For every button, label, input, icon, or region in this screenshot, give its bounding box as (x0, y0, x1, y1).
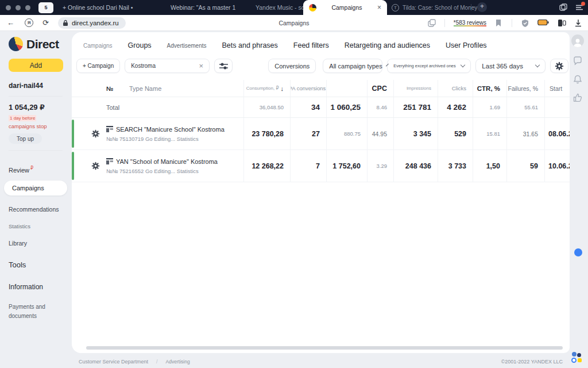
sidebar-section-information[interactable]: Information (9, 283, 72, 291)
table-row[interactable]: YAN "School of Manicure" Kostroma №№ 752… (72, 150, 570, 182)
table-header-row: № Type Name Consumption, ₽↓ CPA conversi… (72, 80, 570, 97)
col-consumption[interactable]: Consumption, ₽ (246, 86, 279, 91)
tab-user-profiles[interactable]: User Profiles (446, 41, 487, 49)
widget-dot-blue (572, 352, 577, 356)
add-campaign-button[interactable]: + Campaign (76, 59, 120, 73)
sidebar-item-review[interactable]: Review₽ (9, 166, 72, 174)
browser-tab-3[interactable]: Yandex Music - sobi (256, 4, 311, 11)
campaign-active-indicator (72, 120, 74, 148)
support-link[interactable]: Customer Service Department (79, 359, 148, 365)
col-number[interactable]: № (104, 85, 119, 92)
tab-bets-and-phrases[interactable]: Bets and phrases (222, 41, 278, 49)
filter-settings-button[interactable] (214, 59, 233, 73)
tab-retargeting[interactable]: Retargeting and audiences (345, 41, 430, 49)
tab-panel-icon[interactable] (559, 3, 567, 12)
col-clicks[interactable]: Clicks (452, 85, 466, 91)
col-start[interactable]: Start (550, 85, 562, 92)
campaign-types-dropdown[interactable]: All campaign types (323, 59, 382, 73)
sidebar-item-payments[interactable]: Payments and documents (9, 302, 72, 321)
battery-saver-icon[interactable] (537, 19, 549, 27)
sidebar-item-library[interactable]: Library (9, 240, 72, 247)
page-widget-icons[interactable] (571, 351, 583, 366)
bell-icon[interactable] (573, 75, 582, 84)
table-settings-button[interactable] (550, 59, 568, 73)
tab-feed-filters[interactable]: Feed filters (293, 41, 329, 49)
advertising-link[interactable]: Advertising (166, 359, 190, 365)
period-dropdown[interactable]: Last 365 days (475, 59, 546, 73)
top-up-button[interactable]: Top up (9, 133, 42, 144)
copy-pages-icon[interactable] (428, 19, 436, 27)
filter-bar: + Campaign × Conversions All campaign ty… (76, 59, 570, 73)
total-consumption: 36,048.50 (260, 104, 284, 110)
col-ctr[interactable]: CTR, % (477, 85, 500, 92)
account-name[interactable]: dari-nail44 (9, 82, 72, 90)
direct-logo-text: Direct (26, 37, 59, 51)
browser-menu-icon[interactable] (575, 3, 583, 12)
clear-search-icon[interactable]: × (199, 62, 204, 70)
help-widget[interactable] (574, 248, 582, 256)
sort-desc-icon[interactable]: ↓ (281, 85, 284, 92)
archived-filter-value: Everything except archived ones (393, 63, 455, 68)
browser-tab-1[interactable]: + Online school Dari Nail • (63, 4, 149, 11)
campaign-meta-links[interactable]: №№ 75216552 Go Editing... Statistics (106, 168, 243, 174)
conversions-button[interactable]: Conversions (268, 59, 316, 73)
sidebar-item-campaigns[interactable]: Campaigns (4, 181, 67, 195)
col-impressions[interactable]: Impressions (407, 86, 431, 91)
tab-campaigns[interactable]: Campaigns (83, 43, 113, 49)
lock-icon (63, 20, 68, 26)
chat-icon[interactable] (573, 56, 582, 66)
refresh-icon[interactable]: ⟳ (42, 18, 49, 27)
collections-icon[interactable] (558, 19, 566, 27)
col-cpc[interactable]: CPC (372, 85, 387, 93)
browser-tab-tilda[interactable]: T Tilda: Case: School of Money (392, 0, 477, 15)
row-settings-button[interactable] (87, 162, 104, 170)
browser-tab-2[interactable]: Webinar: "As a master 1 (171, 4, 246, 11)
sidebar-section-tools[interactable]: Tools (9, 260, 72, 269)
col-cpa-conversions[interactable]: CPA conversions (290, 85, 326, 91)
chevron-down-icon (535, 63, 540, 67)
campaign-search[interactable]: × (125, 59, 210, 73)
url-field[interactable]: direct.yandex.ru (58, 17, 126, 29)
table-row[interactable]: SEARCH "Manicure School" Kostroma №№ 751… (72, 118, 570, 150)
bookmark-icon[interactable] (495, 19, 503, 27)
back-icon[interactable]: ← (7, 18, 14, 27)
active-tab-label: Campaigns (316, 4, 377, 11)
search-input[interactable] (131, 63, 194, 69)
campaign-name-link[interactable]: YAN "School of Manicure" Kostroma (116, 158, 218, 165)
tab-groups[interactable]: Groups (128, 41, 152, 49)
add-button[interactable]: Add (9, 59, 63, 72)
widget-square-yellow (578, 358, 582, 362)
tab-separator (471, 4, 471, 11)
new-tab-button[interactable]: + (477, 2, 487, 12)
col-failures[interactable]: Failures, % (508, 85, 538, 92)
cell-ctr: 1,50 (486, 162, 500, 170)
total-failures: 55.61 (524, 104, 538, 110)
yandex-browser-icon[interactable]: Я (25, 18, 33, 27)
col-type-name[interactable]: Type Name (119, 85, 243, 92)
direct-logo[interactable]: Direct (9, 37, 72, 51)
tab-advertisements[interactable]: Advertisements (167, 43, 207, 49)
campaign-name-link[interactable]: SEARCH "Manicure School" Kostroma (116, 126, 225, 133)
window-close-icon[interactable] (6, 5, 11, 10)
divider (512, 19, 512, 27)
row-settings-button[interactable] (87, 129, 104, 138)
downloads-icon[interactable] (574, 19, 582, 27)
horizontal-scrollbar[interactable] (86, 346, 563, 350)
tab-counter-icon[interactable]: 5 (38, 2, 53, 13)
thumbs-up-icon[interactable] (573, 93, 582, 102)
avatar[interactable] (571, 34, 584, 47)
campaign-meta-links[interactable]: №№ 75130719 Go Editing... Statistics (106, 136, 243, 142)
sidebar-item-recommendations[interactable]: Recommendations (9, 206, 72, 213)
shield-icon[interactable] (521, 19, 529, 27)
divider (444, 19, 445, 27)
window-minimize-icon[interactable] (16, 5, 21, 10)
reviews-badge[interactable]: *583 reviews (454, 20, 486, 26)
close-tab-icon[interactable]: × (377, 3, 381, 12)
sidebar-item-statistics[interactable]: Statistics (9, 223, 72, 229)
sidebar: Direct Add dari-nail44 1 054,29 ₽ 1 day … (0, 31, 72, 368)
browser-tab-active[interactable]: Campaigns × (303, 0, 387, 15)
gear-icon (91, 129, 100, 138)
archived-filter-dropdown[interactable]: Everything except archived ones (387, 59, 471, 73)
window-controls[interactable] (6, 5, 30, 10)
window-zoom-icon[interactable] (25, 5, 30, 10)
